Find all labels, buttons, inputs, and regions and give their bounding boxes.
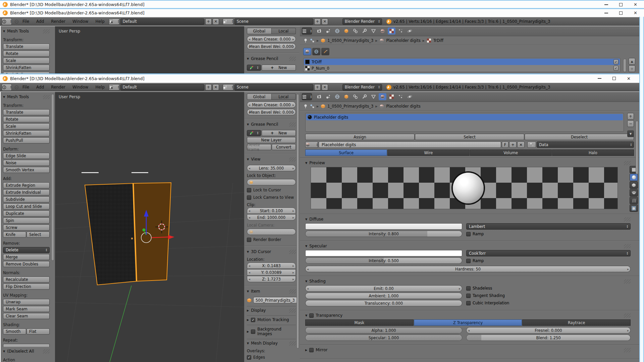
- tool-remove-doubles-button[interactable]: Remove Doubles: [3, 261, 50, 267]
- menu-add[interactable]: Add: [33, 85, 47, 89]
- shade-flat-button[interactable]: Flat: [26, 328, 50, 335]
- tab-render[interactable]: [315, 27, 323, 35]
- panel-grip-icon[interactable]: [289, 341, 296, 346]
- tool-push-pull-button[interactable]: Push/Pull: [3, 137, 50, 143]
- collapse-menus-icon[interactable]: −: [15, 85, 18, 89]
- specular-alpha-slider[interactable]: Specular: 1.000: [305, 335, 462, 341]
- mean-bevel-slider[interactable]: ◂Mean Bevel Wei: 0.000▸: [247, 109, 296, 115]
- specular-intensity-slider[interactable]: Intensity: 0.500: [305, 257, 462, 264]
- tab-modifiers[interactable]: [361, 93, 368, 100]
- delete-layout-button[interactable]: ✕: [213, 18, 219, 25]
- material-slot-row[interactable]: Placeholder digits: [306, 114, 623, 120]
- texture-context-material-button[interactable]: [303, 48, 311, 55]
- tool-subdivide-button[interactable]: Subdivide: [3, 196, 50, 202]
- tool-extrude-individual-button[interactable]: Extrude Individual: [3, 189, 50, 195]
- tool-loop-cut-button[interactable]: Loop Cut and Slide: [3, 203, 50, 209]
- panel-grip-icon[interactable]: [43, 29, 50, 34]
- cursor-z-field[interactable]: ◂Z: 1.7273▸: [247, 276, 296, 282]
- tab-scene[interactable]: [324, 93, 332, 100]
- deselect-button[interactable]: Deselect: [525, 134, 634, 140]
- add-layout-button[interactable]: +: [205, 84, 212, 90]
- shading-panel-header[interactable]: ▼Shading: [305, 279, 631, 284]
- diffuse-color-swatch[interactable]: [305, 223, 462, 230]
- remove-material-slot-button[interactable]: −: [627, 120, 634, 127]
- tab-render[interactable]: [315, 93, 323, 100]
- emit-field[interactable]: ◂Emit: 0.00▸: [305, 285, 462, 292]
- delete-frame-button[interactable]: Delete Frame: [247, 144, 271, 150]
- editor-type-button[interactable]: ▴▾: [2, 18, 12, 25]
- new-material-button[interactable]: +: [509, 141, 517, 148]
- tangent-shading-row[interactable]: Tangent Shading: [466, 293, 631, 298]
- specular-ramp-row[interactable]: Ramp: [466, 258, 631, 263]
- close-icon[interactable]: ✕: [627, 76, 631, 81]
- preview-monkey-button[interactable]: [630, 189, 638, 196]
- menu-window[interactable]: Window: [69, 19, 91, 24]
- panel-grip-icon[interactable]: [624, 313, 631, 318]
- tab-constraints[interactable]: [352, 27, 359, 35]
- tab-object-data[interactable]: [370, 93, 377, 100]
- grease-pencil-new-button[interactable]: +New: [262, 130, 296, 136]
- clip-end-field[interactable]: ◂End: 1000.000▸: [247, 214, 296, 221]
- tool-smooth-vertex-button[interactable]: Smooth Vertex: [3, 167, 50, 173]
- volume-tab[interactable]: Volume: [470, 149, 552, 156]
- pivot-local-tab[interactable]: Local: [272, 28, 296, 34]
- fake-user-button[interactable]: F: [502, 141, 508, 148]
- screen-layout-icon-button[interactable]: ▴▾: [109, 84, 119, 90]
- lock-camera-checkbox[interactable]: [247, 195, 251, 200]
- shade-smooth-button[interactable]: Smooth: [3, 328, 26, 335]
- tool-translate-button[interactable]: Translate: [3, 44, 50, 50]
- menu-render[interactable]: Render: [48, 85, 68, 89]
- tab-particles[interactable]: [397, 27, 405, 35]
- tool-screw-button[interactable]: Screw: [3, 225, 50, 231]
- pivot-global-tab[interactable]: Global: [247, 28, 272, 34]
- panel-grip-icon[interactable]: [624, 217, 631, 222]
- mirror-checkbox[interactable]: [309, 348, 314, 352]
- alpha-slider[interactable]: Alpha: 1.000: [305, 327, 462, 334]
- surface-tab[interactable]: Surface: [305, 149, 387, 156]
- halo-tab[interactable]: Halo: [552, 149, 634, 156]
- panel-grip-icon[interactable]: [43, 95, 50, 99]
- wire-tab[interactable]: Wire: [387, 149, 469, 156]
- local-camera-field[interactable]: [247, 229, 296, 235]
- specular-color-swatch[interactable]: [305, 250, 462, 256]
- blend-slider[interactable]: Blend: 1.250: [466, 335, 631, 341]
- maximize-icon[interactable]: [619, 11, 623, 15]
- diffuse-ramp-checkbox[interactable]: [466, 232, 471, 236]
- material-link-select[interactable]: Data▴▾: [537, 141, 634, 148]
- specular-panel-header[interactable]: ▼Specular: [305, 244, 631, 248]
- texture-slot-row[interactable]: TrDiff ✓: [304, 59, 620, 65]
- tool-edge-slide-button[interactable]: Edge Slide: [3, 153, 50, 159]
- preview-hair-button[interactable]: [630, 197, 638, 204]
- diffuse-intensity-slider[interactable]: Intensity: 0.800: [305, 231, 462, 237]
- preview-panel-header[interactable]: ▼Preview: [305, 161, 631, 165]
- properties-scrollbar[interactable]: [636, 121, 639, 174]
- menu-file[interactable]: File: [19, 85, 32, 89]
- specular-ramp-checkbox[interactable]: [466, 259, 471, 263]
- tab-material[interactable]: [379, 27, 386, 35]
- editor-type-button[interactable]: ▴▾: [2, 84, 12, 91]
- mesh-tools-panel-header[interactable]: ▼Mesh Tools: [3, 95, 50, 99]
- minimize-icon[interactable]: [598, 78, 601, 79]
- lens-field[interactable]: ◂Lens: 35.000▸: [247, 165, 296, 171]
- window3-titlebar[interactable]: Blender* [D:\3D Modellbau\blender-2.65a-…: [0, 74, 639, 82]
- deselect-all-panel-header[interactable]: ▼(De)select All: [3, 349, 50, 354]
- add-scene-button[interactable]: +: [314, 18, 321, 25]
- texture-context-brush-button[interactable]: [321, 48, 329, 55]
- tool-mark-seam-button[interactable]: Mark Seam: [3, 306, 50, 312]
- minimize-icon[interactable]: [604, 13, 608, 13]
- close-icon[interactable]: ✕: [634, 2, 637, 7]
- delete-scene-button[interactable]: ✕: [322, 84, 328, 90]
- convert-button[interactable]: Convert: [272, 144, 296, 150]
- tab-texture[interactable]: [388, 27, 395, 35]
- specular-shader-select[interactable]: CookTorr▴▾: [466, 250, 631, 256]
- lock-to-cursor-row[interactable]: Lock to Cursor: [247, 188, 296, 192]
- browse-material-button[interactable]: ▴▾: [305, 141, 318, 148]
- item-name-field[interactable]: 500_Primarydigits_3: [253, 297, 297, 303]
- grease-pencil-source-button[interactable]: ▴▾: [247, 130, 261, 136]
- add-material-slot-button[interactable]: +: [627, 113, 634, 120]
- z-transparency-tab[interactable]: Z Transparency: [414, 319, 522, 326]
- texture-visibility-checkbox[interactable]: ✓: [613, 59, 619, 64]
- assign-button[interactable]: Assign: [305, 134, 415, 140]
- transparency-checkbox[interactable]: [309, 313, 314, 318]
- mask-tab[interactable]: Mask: [305, 319, 414, 326]
